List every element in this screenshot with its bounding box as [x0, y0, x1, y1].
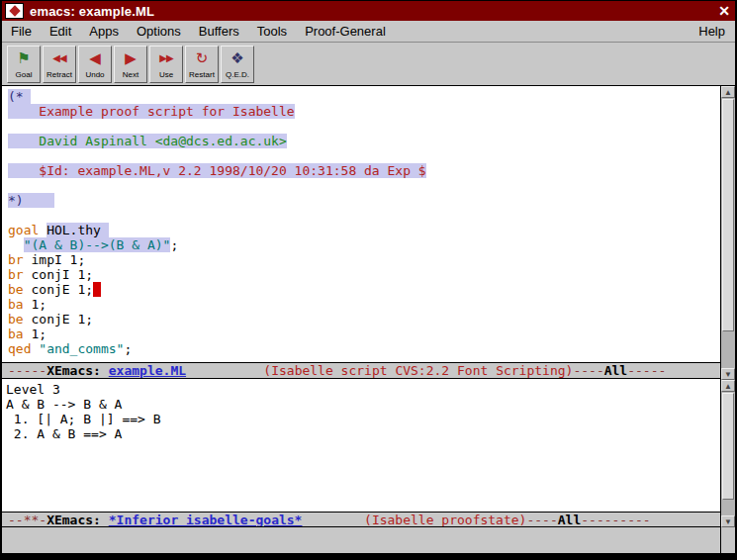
- code-line: br impI 1;: [8, 252, 720, 267]
- menu-item-file[interactable]: File: [2, 22, 41, 41]
- text-segment: [8, 237, 24, 252]
- toolbar-button-retract[interactable]: ◀◀Retract: [43, 46, 76, 83]
- code-line: David Aspinall <da@dcs.ed.ac.uk>: [8, 134, 720, 148]
- toolbar-button-label: Next: [123, 71, 138, 79]
- text-segment: [8, 104, 39, 119]
- toolbar-button-goal[interactable]: ⚑Goal: [7, 46, 41, 83]
- text-cursor: [93, 282, 101, 297]
- code-line: goal HOL.thy: [8, 223, 720, 237]
- toolbar-button-qed[interactable]: ❖Q.E.D.: [221, 46, 254, 83]
- toolbar-button-restart[interactable]: ↻Restart: [185, 46, 219, 83]
- text-segment: br: [8, 252, 24, 267]
- text-segment: conjI 1;: [24, 267, 93, 282]
- scroll-up-icon[interactable]: ▲: [721, 86, 735, 98]
- code-line: $Id: example.ML,v 2.2 1998/10/20 10:31:5…: [8, 163, 720, 178]
- scrollbar-goals-trough[interactable]: [721, 392, 735, 515]
- code-line: be conjE 1;: [8, 282, 720, 297]
- scrollbar-editor-trough[interactable]: [721, 98, 735, 368]
- toolbar-button-label: Goal: [16, 71, 33, 79]
- text-segment: be: [8, 282, 24, 297]
- scrollbar-editor[interactable]: ▲ ▼: [720, 86, 735, 380]
- goal-line: 1. [| A; B |] ==> B: [6, 412, 720, 426]
- menu-item-edit[interactable]: Edit: [41, 22, 80, 41]
- toolbar-button-use[interactable]: ▶▶Use: [149, 46, 183, 83]
- code-line: ba 1;: [8, 327, 720, 341]
- text-segment: All: [604, 363, 627, 378]
- text-segment: ba: [8, 297, 24, 312]
- goals-pane[interactable]: Level 3A & B --> B & A 1. [| A; B |] ==>…: [2, 379, 720, 511]
- qed-icon: ❖: [230, 47, 243, 70]
- text-segment: Example proof script for Isabelle: [39, 104, 294, 119]
- toolbar-button-undo[interactable]: ◀Undo: [78, 46, 112, 83]
- text-segment: HOL.thy: [46, 223, 109, 237]
- toolbar-button-next[interactable]: ▶Next: [114, 46, 147, 83]
- toolbar: ⚑Goal◀◀Retract◀Undo▶Next▶▶Use↻Restart❖Q.…: [2, 43, 735, 86]
- goal-flag-icon: ⚑: [17, 47, 30, 70]
- main-area: (* Example proof script for Isabelle Dav…: [2, 86, 735, 553]
- code-line: be conjE 1;: [8, 312, 720, 327]
- text-segment: David Aspinall <da@dcs.ed.ac.uk>: [39, 134, 286, 148]
- xemacs-window: emacs: example.ML ✕ FileEditAppsOptionsB…: [0, 0, 737, 560]
- code-line: "(A & B)-->(B & A)";: [8, 237, 720, 252]
- scroll-down-icon[interactable]: ▼: [721, 368, 735, 380]
- text-segment: br: [8, 267, 24, 282]
- toolbar-button-label: Q.E.D.: [226, 71, 249, 79]
- scrollbar-filler: [720, 527, 735, 553]
- code-line: qed "and_comms";: [8, 341, 720, 356]
- text-segment: 1;: [24, 327, 46, 341]
- menubar: FileEditAppsOptionsBuffersToolsProof-Gen…: [2, 21, 735, 43]
- toolbar-button-label: Use: [159, 71, 173, 79]
- menu-item-tools[interactable]: Tools: [248, 22, 296, 41]
- use-double-right-icon: ▶▶: [159, 47, 172, 70]
- text-segment: --**-: [8, 513, 46, 527]
- scrollbar-editor-thumb[interactable]: [722, 99, 734, 331]
- scroll-down-icon[interactable]: ▼: [721, 515, 735, 527]
- echo-area[interactable]: [2, 527, 720, 553]
- text-segment: All: [558, 513, 581, 527]
- scroll-up-icon[interactable]: ▲: [721, 380, 735, 392]
- menu-item-apps[interactable]: Apps: [80, 22, 128, 41]
- menu-item-help[interactable]: Help: [689, 22, 735, 41]
- code-line: [8, 178, 720, 193]
- text-segment: *): [8, 193, 54, 208]
- code-line: [8, 208, 720, 223]
- text-segment: "(A & B)-->(B & A)": [24, 237, 171, 252]
- code-line: (*: [8, 89, 720, 104]
- text-segment: goal: [8, 223, 39, 237]
- text-segment: ;: [170, 237, 178, 252]
- code-line: Example proof script for Isabelle: [8, 104, 720, 119]
- text-segment: (Isabelle script CVS:2.2 Font Scripting): [263, 363, 573, 378]
- text-segment: (*: [8, 89, 31, 104]
- close-icon: ✕: [718, 3, 730, 19]
- menu-item-proof-general[interactable]: Proof-General: [296, 22, 395, 41]
- text-segment: ----: [526, 513, 557, 527]
- window-menu-glyph: [9, 5, 20, 16]
- toolbar-button-label: Retract: [46, 71, 72, 79]
- editor-pane[interactable]: (* Example proof script for Isabelle Dav…: [2, 86, 720, 362]
- text-segment: ---------: [581, 513, 650, 527]
- text-segment: (Isabelle proofstate): [364, 513, 526, 527]
- toolbar-button-label: Restart: [189, 71, 215, 79]
- undo-left-arrow-icon: ◀: [89, 47, 101, 70]
- scrollbar-column: ▲ ▼ ▲ ▼: [720, 86, 735, 553]
- text-segment: ----: [573, 363, 603, 378]
- scrollbar-goals-thumb[interactable]: [722, 393, 734, 500]
- goal-line: A & B --> B & A: [6, 397, 720, 412]
- menu-item-options[interactable]: Options: [128, 22, 190, 41]
- scrollbar-goals[interactable]: ▲ ▼: [720, 380, 735, 527]
- text-segment: 1;: [24, 297, 46, 312]
- code-line: *): [8, 193, 720, 208]
- text-segment: "and_comms": [39, 341, 124, 356]
- titlebar[interactable]: emacs: example.ML ✕: [2, 1, 735, 21]
- goal-line: 2. A & B ==> A: [6, 426, 720, 441]
- text-segment: conjE 1;: [24, 312, 93, 327]
- window-menu-icon[interactable]: [5, 3, 24, 19]
- code-line: [8, 119, 720, 134]
- text-segment: [186, 363, 263, 378]
- text-segment: [8, 163, 39, 178]
- close-button[interactable]: ✕: [713, 1, 735, 21]
- text-segment: [8, 134, 39, 148]
- menu-item-buffers[interactable]: Buffers: [190, 22, 248, 41]
- code-line: ba 1;: [8, 297, 720, 312]
- modeline-goals: --**-XEmacs: *Inferior isabelle-goals* (…: [2, 512, 720, 528]
